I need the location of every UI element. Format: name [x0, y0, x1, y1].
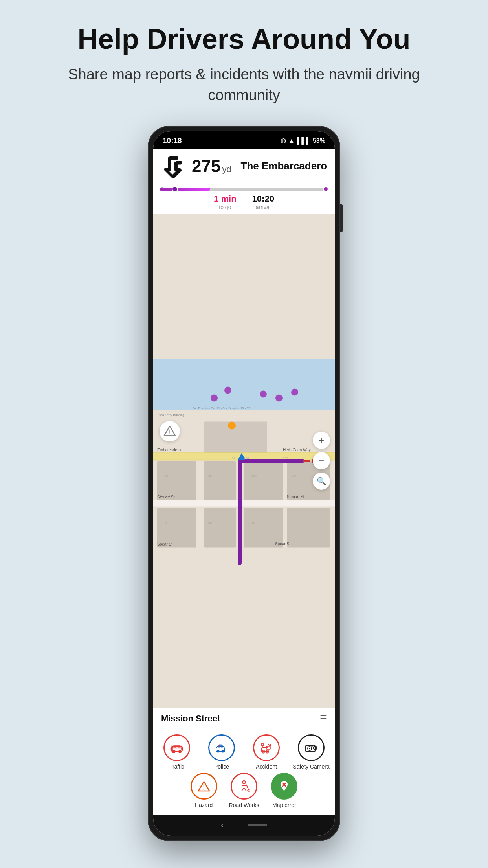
- nav-distance-unit: yd: [222, 164, 231, 175]
- svg-text:77: 77: [232, 456, 235, 460]
- nav-street-name: The Embarcadero: [241, 160, 327, 172]
- signal-icon: ▌▌▌: [297, 137, 310, 144]
- svg-point-23: [275, 394, 283, 401]
- svg-rect-8: [157, 508, 196, 547]
- bottom-street-name: Mission Street: [161, 714, 220, 724]
- eta-to-go-label: to go: [214, 204, 237, 210]
- bottom-panel: Mission Street ☰: [153, 708, 335, 815]
- svg-rect-56: [221, 747, 223, 748]
- hazard-label: Hazard: [195, 802, 213, 808]
- svg-text:Spear St: Spear St: [157, 542, 172, 546]
- safety-camera-icon-circle: [298, 734, 325, 761]
- svg-text:55: 55: [165, 474, 169, 477]
- back-button[interactable]: ‹: [221, 820, 224, 830]
- svg-line-78: [246, 785, 249, 790]
- police-label: Police: [214, 763, 229, 770]
- nav-header: 275 yd The Embarcadero: [153, 149, 335, 184]
- svg-point-53: [218, 745, 219, 746]
- report-item-road-works[interactable]: Road Works: [229, 773, 259, 808]
- svg-rect-2: [204, 421, 267, 453]
- svg-line-77: [244, 788, 246, 791]
- svg-rect-70: [311, 746, 313, 747]
- svg-point-68: [309, 748, 310, 749]
- svg-text:!: !: [169, 429, 171, 435]
- search-button[interactable]: 🔍: [313, 473, 330, 490]
- report-warning-button[interactable]: !: [160, 421, 180, 441]
- zoom-in-button[interactable]: +: [313, 432, 330, 449]
- hazard-icon-circle: !: [191, 773, 217, 800]
- svg-point-24: [291, 388, 298, 395]
- phone-screen: 10:18 ◎ ▲ ▌▌▌ 53% 275 yd: [153, 131, 335, 836]
- svg-text:101: 101: [251, 474, 257, 477]
- svg-point-25: [228, 421, 236, 429]
- svg-text:100: 100: [244, 456, 249, 460]
- svg-text:sco Ferry Building: sco Ferry Building: [159, 413, 184, 416]
- map-controls: + − 🔍: [313, 432, 330, 490]
- report-grid-row1: Traffic: [153, 728, 335, 773]
- report-item-accident[interactable]: Accident: [246, 734, 287, 770]
- eta-arrival-label: arrival: [252, 204, 274, 210]
- svg-text:Spear St: Spear St: [275, 541, 290, 546]
- report-item-safety-camera[interactable]: Safety Camera: [291, 734, 332, 770]
- svg-text:139: 139: [291, 474, 296, 477]
- wifi-icon: ▲: [288, 137, 295, 144]
- page-subtitle: Share map reports & incidents with the n…: [31, 64, 457, 106]
- zoom-out-button[interactable]: −: [313, 452, 330, 469]
- home-bar[interactable]: [248, 824, 267, 826]
- svg-rect-10: [287, 508, 330, 547]
- svg-point-20: [224, 386, 231, 394]
- svg-point-63: [261, 743, 264, 746]
- svg-text:!: !: [203, 784, 205, 791]
- accident-icon-circle: [253, 734, 280, 761]
- svg-point-21: [211, 394, 218, 401]
- status-time: 10:18: [163, 136, 182, 145]
- svg-point-22: [260, 390, 267, 397]
- hamburger-menu-icon[interactable]: ☰: [320, 714, 327, 723]
- svg-text:Herb Caen Way: Herb Caen Way: [283, 447, 311, 452]
- svg-point-50: [222, 750, 224, 752]
- progress-section: 1 min to go 10:20 arrival: [153, 184, 335, 214]
- eta-arrival-time: 10:20: [252, 194, 274, 204]
- svg-text:8: 8: [165, 521, 167, 524]
- status-icons: ◎ ▲ ▌▌▌ 53%: [281, 137, 325, 144]
- svg-rect-5: [204, 508, 236, 547]
- svg-text:Steuart St: Steuart St: [157, 495, 175, 499]
- police-icon-circle: [208, 734, 235, 761]
- location-icon: ◎: [281, 137, 286, 144]
- arrival-time: 10:20 arrival: [252, 194, 274, 210]
- phone-bottom-nav: ‹: [153, 815, 335, 836]
- svg-line-76: [242, 788, 244, 791]
- traffic-icon-circle: [163, 734, 190, 761]
- svg-point-73: [242, 781, 246, 784]
- svg-text:132: 132: [283, 456, 288, 460]
- svg-rect-4: [244, 461, 283, 500]
- svg-text:Embarcadero: Embarcadero: [157, 447, 181, 452]
- phone-side-button: [340, 204, 343, 232]
- map-area[interactable]: Embarcadero Steuart St Spear St Herb Cae…: [153, 214, 335, 708]
- safety-camera-label: Safety Camera: [293, 763, 329, 770]
- report-item-map-error[interactable]: Map error: [271, 773, 297, 808]
- report-grid-row2: ! Hazard: [153, 773, 335, 815]
- svg-rect-3: [204, 461, 236, 500]
- time-to-go: 1 min to go: [214, 194, 237, 210]
- map-error-label: Map error: [272, 802, 296, 808]
- svg-point-45: [178, 750, 182, 753]
- svg-point-54: [222, 745, 223, 746]
- svg-text:Steuart St: Steuart St: [287, 494, 305, 498]
- nav-distance: 275: [192, 158, 220, 175]
- progress-end-dot: [323, 186, 328, 192]
- progress-fill: [160, 188, 210, 191]
- battery-text: 53%: [313, 137, 325, 144]
- bottom-bar-header: Mission Street ☰: [153, 708, 335, 728]
- report-item-police[interactable]: Police: [201, 734, 242, 770]
- svg-rect-7: [157, 461, 196, 500]
- svg-text:101: 101: [291, 521, 296, 524]
- road-works-label: Road Works: [229, 802, 259, 808]
- turn-arrow: [160, 153, 187, 180]
- svg-point-79: [248, 790, 250, 791]
- road-works-icon-circle: [231, 773, 257, 800]
- report-item-hazard[interactable]: ! Hazard: [191, 773, 217, 808]
- report-item-traffic[interactable]: Traffic: [156, 734, 197, 770]
- page-header: Help Drivers Around You Share map report…: [0, 0, 488, 118]
- page-title: Help Drivers Around You: [31, 24, 457, 55]
